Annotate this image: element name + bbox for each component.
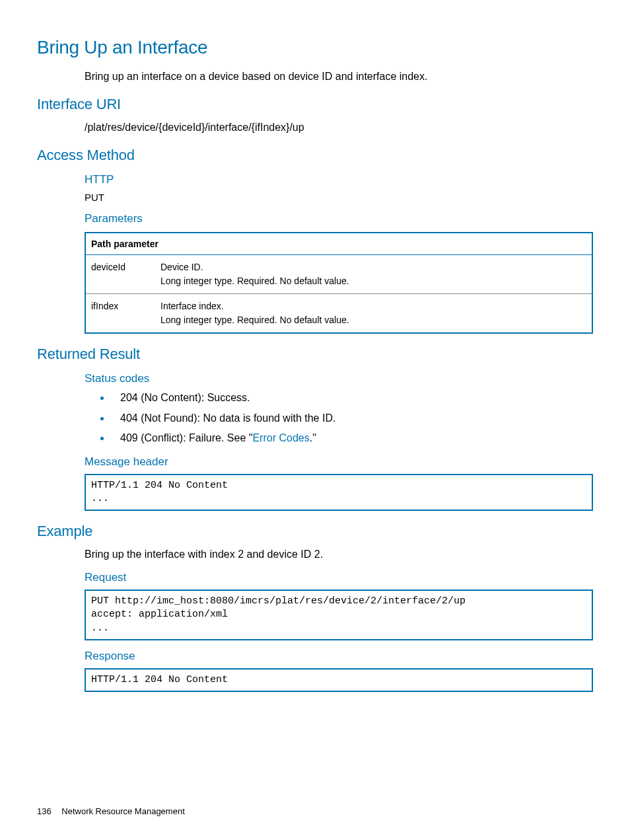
param-name: ifIndex	[85, 294, 155, 334]
status-code-item: 204 (No Content): Success.	[111, 391, 593, 405]
http-heading: HTTP	[85, 173, 593, 186]
param-name: deviceId	[85, 255, 155, 294]
table-row: ifIndex Interface index. Long integer ty…	[85, 294, 592, 334]
param-desc: Interface index. Long integer type. Requ…	[155, 294, 592, 334]
returned-result-heading: Returned Result	[37, 346, 593, 363]
request-heading: Request	[85, 571, 593, 584]
intro-text: Bring up an interface on a device based …	[85, 69, 593, 84]
parameters-heading: Parameters	[85, 212, 593, 225]
table-header: Path parameter	[85, 233, 592, 255]
interface-uri-heading: Interface URI	[37, 96, 593, 113]
page-title: Bring Up an Interface	[37, 37, 593, 58]
message-header-code: HTTP/1.1 204 No Content ...	[85, 474, 593, 512]
status-code-item: 404 (Not Found): No data is found with t…	[111, 411, 593, 426]
status-codes-heading: Status codes	[85, 372, 593, 385]
page-footer: 136 Network Resource Management	[37, 806, 185, 816]
table-row: deviceId Device ID. Long integer type. R…	[85, 255, 592, 294]
access-method-heading: Access Method	[37, 147, 593, 164]
request-code: PUT http://imc_host:8080/imcrs/plat/res/…	[85, 590, 593, 640]
response-heading: Response	[85, 650, 593, 663]
footer-section: Network Resource Management	[61, 806, 184, 816]
parameters-table: Path parameter deviceId Device ID. Long …	[85, 232, 593, 334]
response-code: HTTP/1.1 204 No Content	[85, 668, 593, 692]
http-method: PUT	[85, 192, 593, 203]
interface-uri-value: /plat/res/device/{deviceId}/interface/{i…	[85, 120, 593, 135]
param-desc: Device ID. Long integer type. Required. …	[155, 255, 592, 294]
example-intro: Bring up the interface with index 2 and …	[85, 547, 593, 562]
message-header-heading: Message header	[85, 455, 593, 469]
example-heading: Example	[37, 523, 593, 540]
status-code-item: 409 (Conflict): Failure. See "Error Code…	[111, 431, 593, 445]
page-number: 136	[37, 806, 52, 816]
error-codes-link[interactable]: Error Codes	[252, 432, 309, 443]
status-codes-list: 204 (No Content): Success. 404 (Not Foun…	[111, 391, 593, 445]
